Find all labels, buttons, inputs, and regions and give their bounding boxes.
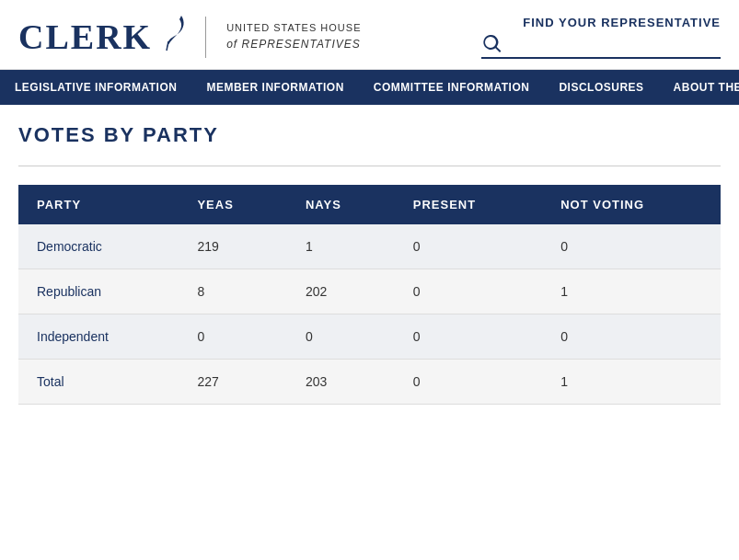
search-input[interactable]: [503, 37, 706, 51]
col-yeas: YEAS: [179, 185, 287, 224]
cell-party: Democratic: [18, 224, 179, 269]
cell-present: 0: [395, 314, 542, 360]
cell-not-voting: 1: [542, 269, 721, 314]
clerk-logo: CLERK: [18, 14, 185, 60]
col-present: PRESENT: [395, 185, 542, 224]
col-party: PARTY: [18, 185, 179, 224]
table-row: Independent 0 0 0 0: [18, 314, 721, 360]
cell-yeas-total: 227: [179, 360, 287, 405]
table-row: Republican 8 202 0 1: [18, 269, 721, 314]
cell-nays: 202: [287, 269, 395, 314]
header-left: CLERK UNITED STATES HOUSE of REPRESENTAT…: [18, 14, 361, 60]
votes-table: PARTY YEAS NAYS PRESENT NOT VOTING Democ…: [18, 185, 721, 405]
cell-not-voting: 0: [542, 224, 721, 269]
main-content: VOTES BY PARTY PARTY YEAS NAYS PRESENT N…: [0, 105, 739, 423]
search-bar[interactable]: [481, 33, 721, 59]
header: CLERK UNITED STATES HOUSE of REPRESENTAT…: [0, 0, 739, 70]
cell-party: Independent: [18, 314, 179, 360]
cell-present: 0: [395, 269, 542, 314]
content-divider: [18, 166, 721, 166]
col-not-voting: NOT VOTING: [542, 185, 721, 224]
nav-item-about[interactable]: ABOUT THE CLERK: [659, 70, 739, 105]
feather-icon: [159, 14, 185, 60]
header-divider: [205, 17, 206, 58]
search-icon: [481, 33, 503, 55]
nav-item-member[interactable]: MEMBER INFORMATION: [191, 70, 358, 105]
table-row: Democratic 219 1 0 0: [18, 224, 721, 269]
house-text: UNITED STATES HOUSE of REPRESENTATIVES: [226, 20, 361, 54]
nav-item-disclosures[interactable]: DISCLOSURES: [544, 70, 658, 105]
col-nays: NAYS: [287, 185, 395, 224]
clerk-logo-text: CLERK: [18, 17, 152, 57]
nav-item-committee[interactable]: COMMITTEE INFORMATION: [359, 70, 545, 105]
cell-party: Republican: [18, 269, 179, 314]
cell-present-total: 0: [395, 360, 542, 405]
cell-not-voting: 0: [542, 314, 721, 360]
table-row-total: Total 227 203 0 1: [18, 360, 721, 405]
cell-nays: 1: [287, 224, 395, 269]
cell-nays-total: 203: [287, 360, 395, 405]
cell-nays: 0: [287, 314, 395, 360]
cell-not-voting-total: 1: [542, 360, 721, 405]
cell-party-total: Total: [18, 360, 179, 405]
main-nav: LEGISLATIVE INFORMATION MEMBER INFORMATI…: [0, 70, 739, 105]
cell-yeas: 0: [179, 314, 287, 360]
table-header-row: PARTY YEAS NAYS PRESENT NOT VOTING: [18, 185, 721, 224]
header-right: FIND YOUR REPRESENTATIVE: [481, 16, 721, 59]
cell-present: 0: [395, 224, 542, 269]
find-rep-label: FIND YOUR REPRESENTATIVE: [481, 16, 721, 29]
nav-item-legislative[interactable]: LEGISLATIVE INFORMATION: [0, 70, 191, 105]
cell-yeas: 8: [179, 269, 287, 314]
page-title: VOTES BY PARTY: [18, 123, 721, 147]
cell-yeas: 219: [179, 224, 287, 269]
